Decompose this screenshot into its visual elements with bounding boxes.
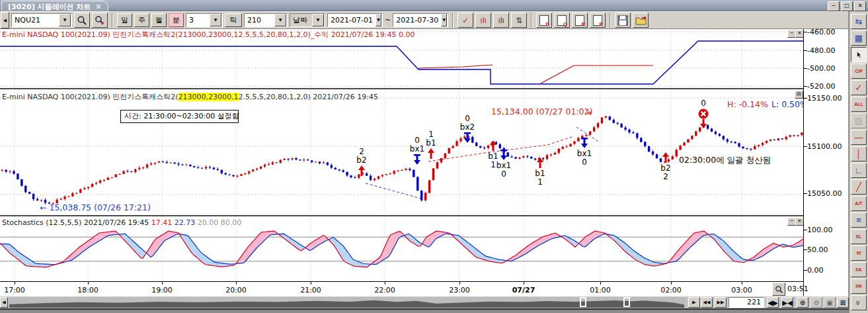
- chevron-down-icon[interactable]: ▼: [312, 14, 324, 26]
- open-button[interactable]: [633, 13, 649, 28]
- bars-icon[interactable]: ılı: [493, 13, 509, 28]
- period-day-button[interactable]: 일: [117, 13, 132, 27]
- time-tick: [311, 282, 311, 285]
- candle-pattern-icon[interactable]: C/P: [851, 64, 867, 79]
- chart-tab[interactable]: [3020] 시뮬레이션 차트 ✕: [1, 1, 108, 12]
- chevron-down-icon[interactable]: ▼: [59, 14, 71, 26]
- chevron-down-icon[interactable]: ▼: [274, 14, 286, 26]
- tab-title: [3020] 시뮬레이션 차트: [8, 2, 91, 12]
- zoom-in-button[interactable]: ⊕: [797, 297, 809, 308]
- doc-r-icon[interactable]: R: [572, 13, 588, 28]
- svg-text:0: 0: [465, 114, 470, 123]
- axis-tick: [803, 68, 807, 69]
- fibo-level-tool-icon[interactable]: f/L: [851, 229, 867, 244]
- price-restore-button[interactable]: 回: [795, 91, 803, 99]
- refresh-icon[interactable]: ⇆: [851, 14, 867, 29]
- save-button[interactable]: [615, 13, 631, 28]
- trend-check-icon[interactable]: ✓: [457, 13, 473, 28]
- indicator-check-icon[interactable]: ✓: [851, 80, 867, 95]
- svg-text:b1: b1: [488, 152, 498, 161]
- equity-panel-title: E-mini NASDAQ 100(2021.09) 민전기스톡캐스틱2(213…: [2, 30, 414, 40]
- stoch-fill: [305, 236, 327, 251]
- minute-combo[interactable]: 3 ▼: [186, 13, 223, 27]
- chevron-down-icon[interactable]: ▼: [210, 14, 221, 26]
- fast-forward-button[interactable]: ▶▶: [715, 297, 727, 308]
- period-minute-button[interactable]: 분: [169, 13, 184, 27]
- price-title-pre: E-mini NASDAQ 100(2021.09) 민전기스톡캐스틱2(: [2, 93, 178, 101]
- equity-red-line: [418, 65, 493, 68]
- doc-d-icon[interactable]: D: [536, 13, 552, 28]
- candlestick-chart[interactable]: 2b20bx11b10bx2b11bx10b11bx10b22015,134.0…: [0, 89, 803, 215]
- chart-mode-icon[interactable]: ▨: [851, 113, 867, 128]
- more-tools-icon[interactable]: »: [851, 295, 867, 310]
- fibo-arc-tool-icon[interactable]: f/A: [851, 262, 867, 277]
- docs-r-icon[interactable]: R: [590, 13, 606, 28]
- fit-button[interactable]: ▣: [824, 297, 836, 308]
- date-mode-combo[interactable]: 날짜 ▼: [290, 13, 325, 27]
- step-line-tool-icon[interactable]: ∟: [851, 163, 867, 178]
- svg-text:→: →: [584, 108, 592, 118]
- time-tick: [385, 282, 385, 285]
- date-to-combo[interactable]: 2021-07-30 ▼: [393, 13, 448, 27]
- minimize-button[interactable]: ─: [828, 1, 840, 11]
- axis-tick: [803, 86, 807, 87]
- period-week-button[interactable]: 주: [134, 13, 149, 27]
- time-label: 22:00: [374, 286, 395, 294]
- horizontal-line-tool-icon[interactable]: —: [851, 130, 867, 145]
- doc-search-icon[interactable]: Q: [554, 13, 570, 28]
- text-tool-icon[interactable]: A/T: [851, 196, 867, 211]
- chevron-down-icon[interactable]: ▼: [441, 14, 447, 26]
- svg-text:b2: b2: [660, 163, 670, 173]
- search-button[interactable]: [74, 13, 90, 28]
- stoch-k-value: 17.41: [151, 218, 173, 227]
- erase-all-icon: ALL: [854, 102, 863, 107]
- axis-label: -500.00: [807, 64, 847, 73]
- time-label: 21:00: [300, 286, 321, 294]
- fibo-fan-tool-icon: f/f: [857, 251, 861, 255]
- period-month-button[interactable]: 월: [151, 13, 167, 27]
- fibo-retrace-tool-icon[interactable]: f/R: [851, 279, 867, 294]
- zoom-out-button[interactable]: ⊖: [810, 297, 822, 308]
- step-line-tool-icon: ∟: [855, 165, 863, 175]
- fast-backward-button[interactable]: ◀◀: [701, 297, 713, 308]
- time-tick: [742, 282, 742, 285]
- tick-combo[interactable]: 210 ▼: [244, 13, 288, 27]
- time-axis[interactable]: 17:0018:0019:0020:0021:0022:0023:0007/27…: [0, 281, 803, 296]
- fibo-fan-tool-icon[interactable]: f/f: [851, 246, 867, 261]
- tab-close-icon[interactable]: ✕: [95, 3, 101, 11]
- erase-all-icon[interactable]: ALL: [851, 97, 867, 112]
- date-from-combo[interactable]: 2021-07-01 ▼: [327, 13, 383, 27]
- maximize-button[interactable]: □: [841, 1, 853, 11]
- bar-count-input[interactable]: 221: [729, 297, 764, 308]
- trend-check-icon: ✓: [462, 16, 469, 25]
- signal-bars-icon[interactable]: ılı: [475, 13, 491, 28]
- symbol-combo[interactable]: NQU21 ▼: [11, 13, 72, 27]
- date-to-value: 2021-07-30: [393, 16, 441, 24]
- svg-text:H: -0.14%: H: -0.14%: [727, 99, 768, 109]
- trend-line-tool-icon[interactable]: ╱: [851, 179, 867, 195]
- chevron-down-icon[interactable]: ▼: [375, 14, 381, 26]
- symbol-search-button[interactable]: [92, 13, 108, 28]
- tick-button[interactable]: 틱: [225, 13, 242, 27]
- sort-updown-icon[interactable]: ⇅: [511, 13, 527, 28]
- navigator-minimap[interactable]: [9, 297, 686, 308]
- axis-tick: [803, 249, 807, 250]
- multi-line-tool-icon[interactable]: ≡: [851, 212, 867, 228]
- time-label: 07/27: [512, 286, 535, 294]
- close-button[interactable]: ✕: [854, 1, 866, 11]
- expand-button[interactable]: ◀▶: [767, 297, 779, 308]
- chart-settings-icon[interactable]: ▦: [851, 30, 867, 46]
- symbol-value: NQU21: [12, 16, 43, 24]
- close-chart-button[interactable]: ⊠: [837, 297, 849, 308]
- stoch-lower-band: 20.00: [198, 218, 219, 227]
- step-forward-button[interactable]: ▶: [688, 297, 700, 308]
- stoch-upper-band: 80.00: [221, 218, 242, 227]
- collapse-button[interactable]: ▶◀: [781, 297, 793, 308]
- cursor-tool-icon[interactable]: [851, 47, 867, 62]
- equity-blue-line: [0, 41, 803, 84]
- time-zoom-button[interactable]: [772, 283, 785, 296]
- vertical-line-tool-icon[interactable]: │: [851, 146, 867, 161]
- axis-label: 50.00: [807, 246, 847, 254]
- toolbar-scroll-left-button[interactable]: ◀: [1, 12, 9, 28]
- navigator-scroll-left-button[interactable]: ◀: [0, 297, 8, 308]
